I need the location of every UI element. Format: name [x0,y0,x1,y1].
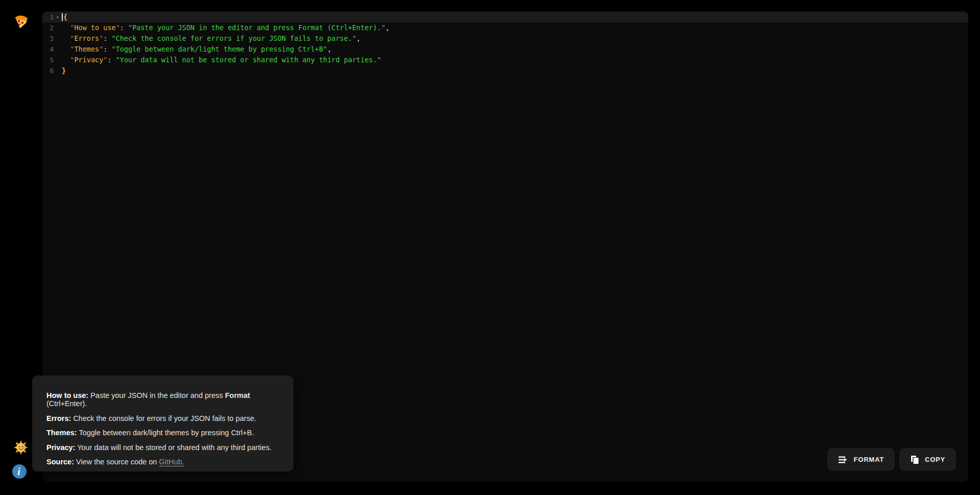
format-button-label: FORMAT [854,456,884,463]
copy-icon [910,455,919,464]
tooltip-row-label: How to use: [46,391,88,399]
information-icon[interactable]: i [12,464,27,479]
tooltip-row-text: Format [225,391,250,399]
tooltip-row-2: Errors: Check the console for errors if … [46,414,280,422]
editor-line-6[interactable]: 6} [42,65,968,76]
code-text: "How to use": "Paste your JSON in the ed… [62,22,389,33]
editor-line-3[interactable]: 3 "Errors": "Check the console for error… [42,33,968,44]
tooltip-row-text: (Ctrl+Enter). [46,399,87,408]
text-cursor [62,13,63,21]
line-number: 4 [42,44,54,55]
tooltip-row-label: Errors: [46,414,71,422]
help-tooltip-panel: How to use: Paste your JSON in the edito… [32,375,293,472]
tooltip-row-text: Toggle between dark/light themes by pres… [77,429,254,437]
format-button[interactable]: FORMAT [827,448,895,471]
app-logo-pizza-icon[interactable] [13,14,30,31]
info-glyph: i [12,464,27,479]
tooltip-row-label: Themes: [46,429,77,437]
tooltip-row-text: View the source code on [74,458,159,466]
editor-line-5[interactable]: 5 "Privacy": "Your data will not be stor… [42,55,968,65]
line-number: 6 [42,65,54,76]
copy-button[interactable]: COPY [899,448,956,471]
code-text: "Privacy": "Your data will not be stored… [62,55,381,65]
theme-toggle-sun-icon[interactable] [14,440,28,455]
format-icon [838,456,848,464]
tooltip-row-text: Paste your JSON in the editor and press [88,391,225,399]
line-number: 5 [42,55,54,65]
tooltip-row-text: Your data will not be stored or shared w… [75,443,271,452]
tooltip-row-4: Privacy: Your data will not be stored or… [46,443,280,452]
code-text: { [62,12,67,22]
tooltip-row-3: Themes: Toggle between dark/light themes… [46,429,280,437]
tooltip-row-5: Source: View the source code on GitHub. [46,458,280,466]
editor-line-1[interactable]: 1▾{ [42,12,968,22]
editor-line-4[interactable]: 4 "Themes": "Toggle between dark/light t… [42,44,968,55]
action-bar: FORMAT COPY [827,448,956,471]
tooltip-row-1: How to use: Paste your JSON in the edito… [46,391,280,408]
line-number: 2 [42,22,54,33]
line-number: 3 [42,33,54,44]
tooltip-row-label: Source: [46,458,74,466]
tooltip-row-label: Privacy: [46,443,75,452]
fold-arrow-icon[interactable]: ▾ [54,12,62,22]
editor-line-2[interactable]: 2 "How to use": "Paste your JSON in the … [42,22,968,33]
github-link[interactable]: GitHub. [159,458,184,466]
line-number: 1 [42,12,54,22]
code-text: "Errors": "Check the console for errors … [62,33,360,44]
code-text: "Themes": "Toggle between dark/light the… [62,44,331,55]
code-text: } [62,65,66,76]
copy-button-label: COPY [925,456,945,463]
tooltip-row-text: Check the console for errors if your JSO… [71,414,256,422]
editor-lines: 1▾{2 "How to use": "Paste your JSON in t… [42,11,968,76]
